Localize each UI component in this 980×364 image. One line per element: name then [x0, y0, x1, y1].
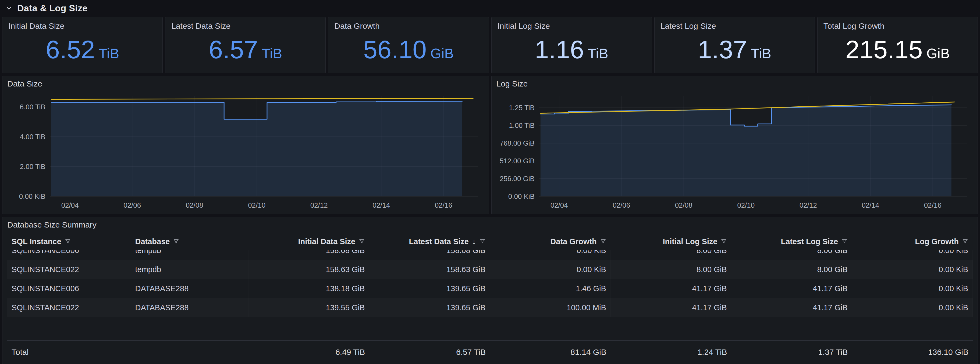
total-cell — [131, 343, 249, 362]
stat-value: 1.37 — [698, 37, 747, 62]
stat-value: 1.16 — [535, 37, 584, 62]
log-size-chart[interactable]: 02/0402/0602/0802/1002/1202/1402/160.00 … — [496, 92, 973, 211]
stat-value: 56.10 — [363, 37, 426, 62]
row-header-data-log-size[interactable]: Data & Log Size — [2, 2, 978, 14]
table-cell: 0.00 KiB — [852, 250, 973, 260]
stat-panel: Initial Data Size 6.52 TiB — [2, 17, 163, 73]
column-label: Log Growth — [915, 237, 959, 246]
table-row: SQLINSTANCE022DATABASE288139.55 GiB139.6… — [7, 298, 973, 317]
stat-value-area: 6.57 TiB — [171, 31, 320, 69]
table-cell: 8.00 GiB — [731, 250, 852, 260]
table-cell: SQLINSTANCE022 — [7, 260, 131, 279]
x-tick-label: 02/06 — [123, 201, 141, 209]
table-cell: 8.00 GiB — [611, 250, 732, 260]
panel-database-size-summary: Database Size Summary SQL InstanceDataba… — [2, 217, 978, 364]
y-tick-label: 0.00 KiB — [19, 192, 45, 200]
stat-panel: Total Log Growth 215.15 GiB — [817, 17, 978, 73]
stat-panel-title[interactable]: Latest Log Size — [660, 22, 809, 31]
sort-desc-icon[interactable]: ↓ — [472, 237, 476, 246]
table-cell: 0.00 KiB — [852, 260, 973, 279]
stat-unit: TiB — [588, 46, 608, 62]
row-title: Data & Log Size — [17, 3, 88, 13]
y-tick-label: 0.00 KiB — [508, 192, 535, 200]
table-row: SQLINSTANCE006tempdb158.08 GiB158.08 GiB… — [7, 250, 973, 260]
stat-unit: TiB — [751, 46, 771, 62]
stat-panel-title[interactable]: Data Growth — [334, 22, 482, 31]
stat-value-area: 1.16 TiB — [498, 31, 646, 69]
y-tick-label: 2.00 TiB — [20, 163, 45, 171]
table-cell: DATABASE288 — [131, 279, 249, 298]
table-cell: 0.00 KiB — [852, 298, 973, 317]
stat-panel-title[interactable]: Latest Data Size — [171, 22, 320, 31]
filter-icon[interactable] — [65, 238, 71, 245]
x-tick-label: 02/14 — [862, 201, 879, 209]
stat-panel: Latest Log Size 1.37 TiB — [654, 17, 815, 73]
x-tick-label: 02/14 — [372, 201, 390, 209]
data-size-chart[interactable]: 02/0402/0602/0802/1002/1202/1402/160.00 … — [7, 92, 484, 211]
table-cell: 139.65 GiB — [369, 279, 490, 298]
stat-panel: Initial Log Size 1.16 TiB — [492, 17, 652, 73]
stat-panel-title[interactable]: Initial Data Size — [8, 22, 156, 31]
table-cell: 8.00 GiB — [731, 260, 852, 279]
column-header-log-growth[interactable]: Log Growth — [852, 237, 973, 246]
table-row: SQLINSTANCE006DATABASE288138.18 GiB139.6… — [7, 279, 973, 298]
table-cell: tempdb — [131, 260, 249, 279]
table-cell: 8.00 GiB — [611, 260, 732, 279]
filter-icon[interactable] — [841, 238, 848, 245]
table-cell: 100.00 MiB — [490, 298, 611, 317]
table-row: SQLINSTANCE022tempdb158.63 GiB158.63 GiB… — [7, 260, 973, 279]
filter-icon[interactable] — [721, 238, 727, 245]
x-tick-label: 02/08 — [675, 201, 692, 209]
column-header-latest-data-size[interactable]: Latest Data Size↓ — [369, 237, 490, 246]
table-cell: 139.55 GiB — [248, 298, 369, 317]
total-cell: 81.14 GiB — [490, 343, 611, 362]
column-label: Latest Data Size — [409, 237, 469, 246]
column-label: SQL Instance — [11, 237, 61, 246]
x-tick-label: 02/10 — [737, 201, 755, 209]
table-cell: 0.00 KiB — [490, 260, 611, 279]
column-header-initial-data-size[interactable]: Initial Data Size — [248, 237, 369, 246]
y-tick-label: 768.00 GiB — [500, 139, 535, 147]
total-label: Total — [7, 343, 131, 362]
stat-value-area: 215.15 GiB — [824, 31, 972, 69]
stat-unit: TiB — [99, 46, 119, 62]
column-header-latest-log-size[interactable]: Latest Log Size — [731, 237, 852, 246]
series_yellow-line — [51, 98, 473, 99]
total-cell: 6.49 TiB — [248, 343, 369, 362]
stat-panel: Data Growth 56.10 GiB — [328, 17, 488, 73]
total-cell: 1.24 TiB — [611, 343, 732, 362]
stat-panel-title[interactable]: Initial Log Size — [498, 22, 646, 31]
x-tick-label: 02/04 — [61, 201, 79, 209]
column-header-sql-instance[interactable]: SQL Instance — [7, 237, 131, 246]
column-label: Latest Log Size — [781, 237, 838, 246]
y-tick-label: 512.00 GiB — [500, 157, 535, 165]
filter-icon[interactable] — [358, 238, 365, 245]
filter-icon[interactable] — [173, 238, 180, 245]
chevron-down-icon[interactable] — [5, 4, 13, 12]
stat-panel-title[interactable]: Total Log Growth — [824, 22, 972, 31]
stat-panel: Latest Data Size 6.57 TiB — [165, 17, 326, 73]
panel-title-data-size[interactable]: Data Size — [7, 79, 484, 92]
filter-icon[interactable] — [962, 238, 969, 245]
filter-icon[interactable] — [479, 238, 486, 245]
table-cell: 138.18 GiB — [248, 279, 369, 298]
table-cell: 139.65 GiB — [369, 298, 490, 317]
panel-title-log-size[interactable]: Log Size — [496, 79, 973, 92]
column-label: Database — [135, 237, 170, 246]
column-label: Initial Data Size — [298, 237, 356, 246]
y-tick-label: 256.00 GiB — [500, 175, 535, 183]
filter-icon[interactable] — [600, 238, 606, 245]
table-body-viewport[interactable]: SQLINSTANCE006tempdb158.08 GiB158.08 GiB… — [7, 250, 973, 340]
column-header-data-growth[interactable]: Data Growth — [490, 237, 611, 246]
column-header-initial-log-size[interactable]: Initial Log Size — [611, 237, 732, 246]
column-header-database[interactable]: Database — [131, 237, 249, 246]
total-cell: 136.10 GiB — [852, 343, 973, 362]
table-cell: 41.17 GiB — [611, 298, 732, 317]
stat-value: 6.52 — [46, 37, 95, 62]
stat-unit: GiB — [926, 46, 950, 62]
table-cell: 158.08 GiB — [369, 250, 490, 260]
stat-value: 6.57 — [209, 37, 258, 62]
y-tick-label: 6.00 TiB — [20, 103, 45, 111]
table-cell: 1.46 GiB — [490, 279, 611, 298]
panel-title-database-size-summary[interactable]: Database Size Summary — [7, 220, 973, 233]
